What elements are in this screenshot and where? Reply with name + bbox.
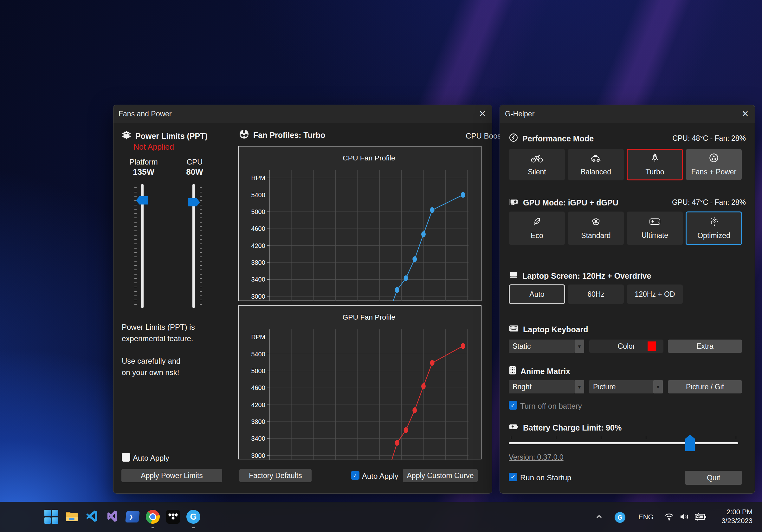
powershell-button[interactable]: ❯_ (125, 509, 140, 524)
cpu-fan-chart[interactable]: RPM540050004600420038003400300026002200O… (239, 146, 481, 301)
gpu-mode-ultimate-button[interactable]: Ultimate (627, 211, 683, 245)
keyboard-color-swatch[interactable] (648, 342, 656, 351)
power-auto-apply-checkbox[interactable] (122, 453, 130, 462)
svg-text:4200: 4200 (251, 401, 265, 408)
language-indicator[interactable]: ENG (639, 513, 653, 521)
fan-curve-point[interactable] (395, 287, 399, 293)
laptop-screen-header-label: Laptop Screen: 120Hz + Overdrive (522, 271, 651, 280)
platform-slider-value: 135W (129, 167, 158, 177)
factory-defaults-button[interactable]: Factory Defaults (239, 469, 312, 482)
fan-curve-point[interactable] (461, 192, 465, 197)
fan-circle-icon (709, 153, 719, 165)
file-explorer-button[interactable] (64, 509, 79, 524)
cpu-slider-label: CPU (180, 158, 209, 167)
ghelper-window: G-Helper ✕ Performance Mode CPU: 48°C - … (499, 105, 755, 494)
cpu-boost-label: CPU Boost (462, 131, 503, 140)
keyboard-extra-button[interactable]: Extra (668, 340, 742, 353)
battery-slider-track[interactable] (509, 442, 738, 444)
fans-power-label: Fans + Power (691, 168, 737, 176)
fan-curve-point[interactable] (413, 408, 417, 413)
volume-tray-button[interactable] (678, 512, 691, 523)
anime-matrix-header-label: Anime Matrix (520, 367, 570, 376)
anime-mode-dropdown-arrow-icon[interactable]: ▼ (653, 380, 663, 394)
ghelper-window-title: G-Helper (505, 110, 534, 118)
bicycle-icon (531, 153, 543, 165)
svg-text:3800: 3800 (251, 259, 265, 266)
gamepad-icon (649, 217, 661, 228)
fan-curve-point[interactable] (404, 427, 408, 433)
keyboard-mode-dropdown-arrow-icon[interactable]: ▼ (575, 340, 584, 353)
ghelper-close-icon[interactable]: ✕ (738, 108, 752, 120)
ghelper-taskbar-button[interactable]: G (186, 509, 201, 524)
cpu-slider-value: 80W (180, 167, 209, 177)
fan-curve-point[interactable] (461, 343, 465, 349)
laptop-screen-header: Laptop Screen: 120Hz + Overdrive (509, 270, 651, 281)
tidal-button[interactable] (166, 509, 181, 524)
start-button[interactable] (44, 509, 59, 524)
anime-brightness-dropdown[interactable]: Bright (509, 380, 575, 394)
keyboard-mode-dropdown[interactable]: Static (509, 340, 575, 353)
ghelper-tray-button[interactable]: G (614, 512, 626, 523)
cpu-chip-icon (122, 130, 131, 142)
gpu-fan-chart[interactable]: RPM540050004600420038003400300026002200O… (239, 306, 481, 460)
chrome-button[interactable] (145, 509, 160, 524)
fans-power-button[interactable]: Fans + Power (686, 149, 742, 181)
perf-mode-silent-label: Silent (528, 168, 546, 176)
anime-battery-checkbox-label: Turn off on battery (520, 402, 582, 411)
svg-text:3800: 3800 (251, 418, 265, 425)
apply-power-limits-button[interactable]: Apply Power Limits (121, 469, 222, 482)
gpu-mode-standard-button[interactable]: Standard (568, 211, 624, 245)
anime-mode-dropdown[interactable]: Picture (589, 380, 653, 394)
version-link[interactable]: Version: 0.37.0.0 (509, 453, 564, 462)
power-limits-note-1: Power Limits (PPT) is experimental featu… (122, 322, 195, 344)
flower-icon (591, 216, 601, 229)
fans-and-power-window: Fans and Power ✕ Power Limits (PPT) Not … (113, 105, 492, 494)
battery-tray-button[interactable] (694, 512, 708, 523)
screen-60hz-button[interactable]: 60Hz (568, 284, 624, 304)
tray-time: 2:00 PM (722, 507, 752, 516)
clock[interactable]: 2:00 PM 3/23/2023 (722, 507, 752, 525)
cpu-slider-thumb[interactable] (188, 198, 200, 206)
anime-brightness-dropdown-arrow-icon[interactable]: ▼ (575, 380, 584, 394)
file-explorer-icon (65, 510, 79, 524)
visual-studio-button[interactable] (105, 509, 120, 524)
tray-chevron-up-button[interactable] (593, 512, 605, 523)
curve-auto-apply-checkbox[interactable] (351, 471, 359, 480)
battery-slider-ticks (511, 436, 736, 439)
anime-battery-checkbox[interactable] (509, 401, 517, 410)
gpu-temp-fan-stats: GPU: 47°C - Fan: 28% (672, 198, 746, 207)
fans-window-close-icon[interactable]: ✕ (476, 108, 490, 120)
fan-curve-point[interactable] (430, 207, 434, 213)
gpu-mode-eco-button[interactable]: Eco (509, 211, 565, 245)
performance-mode-header-label: Performance Mode (522, 134, 594, 143)
screen-auto-label: Auto (529, 290, 544, 299)
svg-text:4600: 4600 (251, 225, 265, 232)
perf-mode-silent-button[interactable]: Silent (509, 149, 565, 181)
fan-curve-point[interactable] (413, 256, 417, 262)
perf-mode-turbo-button[interactable]: Turbo (627, 149, 683, 181)
quit-button[interactable]: Quit (685, 471, 742, 485)
gpu-mode-optimized-button[interactable]: Optimized (686, 211, 742, 245)
ghelper-titlebar[interactable] (500, 105, 755, 123)
vscode-button[interactable] (84, 509, 100, 524)
ghelper-running-indicator (192, 527, 195, 528)
battery-limit-header-label: Battery Charge Limit: 90% (523, 423, 622, 432)
apply-custom-curve-button[interactable]: Apply Custom Curve (403, 469, 478, 482)
fan-curve-point[interactable] (395, 440, 399, 446)
anime-picture-gif-button[interactable]: Picture / Gif (668, 380, 742, 394)
fan-curve-point[interactable] (404, 275, 408, 281)
fan-profiles-header: Fan Profiles: Turbo (239, 129, 325, 141)
platform-slider-thumb[interactable] (136, 196, 148, 204)
fan-curve-point[interactable] (421, 231, 426, 237)
wifi-tray-button[interactable] (663, 512, 675, 523)
perf-mode-balanced-button[interactable]: Balanced (568, 149, 624, 181)
screen-120hz-od-button[interactable]: 120Hz + OD (627, 284, 683, 304)
chart-title: CPU Fan Profile (343, 154, 395, 162)
screen-auto-button[interactable]: Auto (509, 284, 565, 304)
fan-curve-point[interactable] (421, 383, 426, 389)
curve-auto-apply-label: Auto Apply (362, 472, 399, 481)
gpu-mode-standard-label: Standard (581, 231, 610, 240)
fan-curve-point[interactable] (430, 360, 434, 365)
screen-120hz-od-label: 120Hz + OD (635, 290, 675, 299)
run-on-startup-checkbox[interactable] (509, 473, 517, 481)
